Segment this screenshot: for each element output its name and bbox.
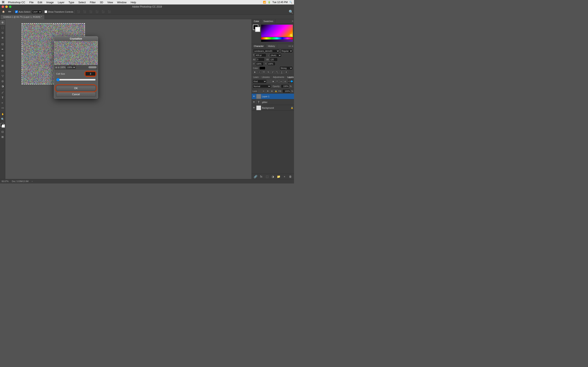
small-caps-button[interactable]: Tt: [267, 71, 270, 74]
move-tool-options[interactable]: ✥▾: [7, 10, 12, 13]
menu-type[interactable]: Type: [68, 1, 75, 4]
line-height-dropdown[interactable]: (Auto): [270, 53, 282, 57]
filter-text-button[interactable]: T: [275, 80, 279, 83]
menu-layer[interactable]: Layer: [57, 1, 65, 4]
zoom-tool[interactable]: 🔍: [0, 117, 5, 122]
heal-tool[interactable]: ⊕: [0, 53, 5, 58]
cell-size-slider[interactable]: [56, 78, 96, 81]
brush-tool[interactable]: ✏: [0, 58, 5, 63]
font-style-dropdown[interactable]: Regular: [281, 49, 293, 53]
background-swatch[interactable]: [255, 27, 260, 32]
panel-menu-char-icon[interactable]: ≡: [292, 45, 293, 47]
eraser-tool[interactable]: ◻: [0, 68, 5, 73]
menu-help[interactable]: Help: [130, 1, 137, 4]
expand-icon[interactable]: >>: [288, 45, 291, 47]
fill-input[interactable]: [282, 89, 291, 93]
all-caps-button[interactable]: TT: [262, 71, 266, 74]
font-family-dropdown[interactable]: Landasans_demo01: [253, 49, 280, 53]
strikethrough-button[interactable]: T: [285, 71, 288, 74]
tab-swatches[interactable]: Swatches: [261, 19, 276, 23]
move-tool[interactable]: ✥: [0, 20, 5, 25]
stamp-tool[interactable]: ⊞: [0, 63, 5, 68]
pen-tool[interactable]: 🖊: [0, 90, 5, 95]
blur-tool[interactable]: ◎: [0, 78, 5, 83]
hand-tool[interactable]: ✋: [0, 111, 5, 117]
text-color-swatch[interactable]: [259, 67, 265, 70]
lock-image-button[interactable]: ✏: [262, 90, 266, 93]
filter-smart-button[interactable]: ◎: [283, 80, 287, 83]
menu-image[interactable]: Image: [45, 1, 54, 4]
italic-button[interactable]: I: [258, 71, 261, 74]
filter-shape-button[interactable]: ▭: [279, 80, 283, 83]
path-select-tool[interactable]: ▹: [0, 100, 5, 105]
dodge-tool[interactable]: ◑: [0, 83, 5, 89]
shape-tool[interactable]: ▭: [0, 105, 5, 110]
layer-visibility-layer1[interactable]: 👁: [252, 95, 255, 98]
font-size-input[interactable]: [255, 53, 266, 57]
menu-select[interactable]: Select: [78, 1, 86, 4]
align-right-button[interactable]: ⬛: [88, 10, 94, 13]
auto-select-dropdown[interactable]: Layer Group: [32, 10, 42, 14]
menu-edit[interactable]: Edit: [37, 1, 43, 4]
layer-item-layer1[interactable]: 👁 Layer 1: [252, 94, 294, 99]
layer-mask-button[interactable]: ⬚: [265, 175, 269, 179]
layer-link-button[interactable]: 🔗: [253, 175, 258, 179]
tracking-input[interactable]: [269, 58, 278, 61]
ok-button[interactable]: OK: [56, 86, 96, 91]
quick-mask-button[interactable]: ⊡: [0, 129, 5, 134]
layer-filter-dropdown[interactable]: Kind: [252, 80, 267, 83]
horizontal-scale-input[interactable]: [267, 62, 276, 66]
document-tab[interactable]: Untitled-1 @ 66.7% (Layer 1, RGB/8) *: [1, 15, 44, 19]
home-button[interactable]: 🏠: [1, 10, 6, 13]
crop-tool[interactable]: ⊡: [0, 42, 5, 47]
lock-position-button[interactable]: ✥: [266, 90, 269, 93]
blend-mode-dropdown[interactable]: Normal Multiply Screen: [252, 84, 271, 88]
minimize-button[interactable]: [5, 6, 8, 8]
tab-color[interactable]: Color: [252, 19, 261, 23]
tab-libraries[interactable]: Libraries: [260, 75, 271, 79]
vertical-scale-input[interactable]: [255, 62, 264, 66]
canvas-area[interactable]: Crystallize ⊞ ⊟ 100% 100% 50% 200%: [5, 19, 251, 179]
align-bottom-button[interactable]: ⬛: [107, 10, 112, 13]
tab-adjustments[interactable]: Adjustments: [271, 75, 286, 79]
apple-menu[interactable]: ⌘: [2, 0, 5, 4]
lock-all-button[interactable]: 🔒: [274, 90, 278, 93]
select-rect-tool[interactable]: ⬚: [0, 25, 5, 30]
subscript-button[interactable]: T1: [276, 71, 279, 74]
align-left-button[interactable]: ⬛: [76, 10, 81, 13]
opacity-input[interactable]: [281, 84, 289, 88]
underline-button[interactable]: T: [280, 71, 284, 74]
layer-folder-button[interactable]: 📁: [277, 175, 281, 179]
gradient-tool[interactable]: ▽: [0, 73, 5, 78]
superscript-button[interactable]: T1: [271, 71, 275, 74]
filter-adjust-button[interactable]: ◑: [271, 80, 275, 83]
magic-wand-tool[interactable]: ✲: [0, 35, 5, 40]
menu-view[interactable]: View: [106, 1, 114, 4]
spotlight-icon[interactable]: 🔍: [289, 1, 292, 4]
maximize-button[interactable]: [9, 6, 11, 8]
text-tool[interactable]: T: [0, 95, 5, 100]
lasso-tool[interactable]: ⊙: [0, 30, 5, 35]
search-icon[interactable]: 🔍: [289, 9, 293, 14]
eyedropper-tool[interactable]: ✒: [0, 47, 5, 52]
opacity-slider[interactable]: [261, 40, 293, 42]
tab-character[interactable]: Character: [252, 44, 266, 48]
align-middle-button[interactable]: ⬛: [100, 10, 106, 13]
show-transform-checkbox[interactable]: [44, 10, 47, 13]
layer-visibility-glitter[interactable]: 👁: [252, 101, 255, 104]
layer-item-background[interactable]: 👁 Background 🔒: [252, 105, 294, 111]
tab-layers[interactable]: Layers: [286, 75, 294, 79]
layer-fx-button[interactable]: fx: [259, 175, 263, 179]
color-spectrum[interactable]: [261, 25, 293, 37]
menu-3d[interactable]: 3D: [99, 1, 104, 4]
align-center-button[interactable]: ⬛: [82, 10, 87, 13]
filter-pixel-button[interactable]: ⬚: [267, 80, 271, 83]
auto-select-checkbox[interactable]: [15, 10, 18, 13]
tab-learn[interactable]: Learn: [252, 75, 260, 79]
menu-filter[interactable]: Filter: [89, 1, 96, 4]
filter-toggle[interactable]: [287, 80, 293, 83]
cancel-button[interactable]: Cancel: [56, 92, 96, 97]
menu-window[interactable]: Window: [116, 1, 127, 4]
layer-delete-button[interactable]: 🗑: [288, 175, 292, 179]
panel-menu-icon[interactable]: ≡: [291, 19, 294, 23]
